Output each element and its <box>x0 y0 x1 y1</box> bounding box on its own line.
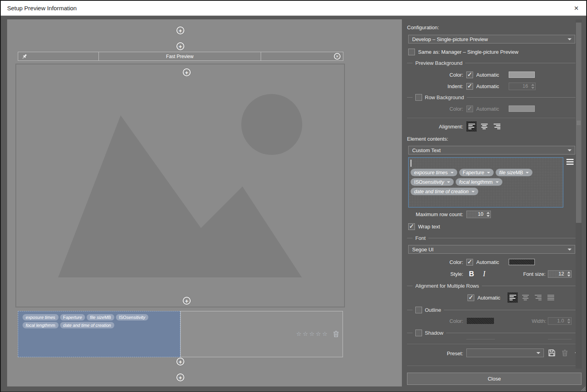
element-contents-value: Custom Text <box>412 147 441 153</box>
tab-close-icon[interactable]: ✕ <box>334 53 341 60</box>
preset-label: Preset: <box>407 351 463 356</box>
settings-panel: Configuration: Develop – Single-picture … <box>407 19 582 386</box>
amr-align-center-button[interactable] <box>520 292 530 303</box>
row-background-checkbox[interactable] <box>415 94 422 101</box>
amr-align-left-button[interactable] <box>507 292 518 303</box>
outline-checkbox[interactable] <box>415 307 422 313</box>
wrap-text-label: Wrap text <box>418 224 440 230</box>
preview-image-box: + + <box>15 64 345 307</box>
font-color-swatch[interactable] <box>509 259 535 265</box>
spinner-arrows[interactable] <box>530 83 535 90</box>
token-chip-text: s <box>445 170 448 175</box>
setup-preview-information-dialog: Setup Preview Information ✕ + + Fast Pre… <box>0 0 587 392</box>
spinner-arrows <box>566 318 571 324</box>
scrollbar-thumb[interactable] <box>576 23 581 223</box>
preview-tab-row: Fast Preview ✕ <box>18 52 344 61</box>
token-chip-text: s <box>53 315 55 320</box>
pb-indent-automatic-label: Automatic <box>476 83 499 89</box>
maximum-row-count-spinner[interactable]: 10 <box>466 211 491 218</box>
pb-color-swatch[interactable] <box>509 72 535 78</box>
shadow-title: Shadow <box>425 330 443 336</box>
tab-label: Fast Preview <box>99 54 261 59</box>
custom-text-editor[interactable]: exposure time sFaperturefile size MBISO … <box>408 157 563 207</box>
chevron-down-icon <box>451 172 454 173</box>
spinner-arrows[interactable] <box>566 271 571 277</box>
add-element-button[interactable]: + <box>183 297 191 305</box>
add-element-button[interactable]: + <box>183 68 191 76</box>
align-center-button[interactable] <box>479 121 489 132</box>
token-chip-text: date and time of creation <box>414 189 469 194</box>
chevron-down-icon <box>536 352 540 354</box>
token-chip-text: file size <box>90 315 104 320</box>
font-family-select[interactable]: Segoe UI <box>408 245 575 254</box>
outline-width-label: Width: <box>518 318 546 324</box>
delete-preset-icon[interactable] <box>561 349 569 357</box>
token-chip: date and time of creation <box>60 322 114 328</box>
outline-color-label: Color: <box>407 318 463 324</box>
trash-icon[interactable] <box>333 330 339 337</box>
font-style-label: Style: <box>407 271 463 277</box>
token-chip[interactable]: focal length mm <box>456 178 502 186</box>
tab-fast-preview[interactable]: Fast Preview <box>98 52 261 61</box>
pb-color-automatic-checkbox[interactable] <box>466 72 473 78</box>
token-chip[interactable]: ISO sensitivity <box>411 178 454 186</box>
italic-button[interactable]: I <box>479 269 489 279</box>
pb-indent-automatic-checkbox[interactable] <box>466 83 473 90</box>
token-chip-text: mm <box>48 323 55 328</box>
clipped-control-edge <box>548 339 572 340</box>
pb-indent-spinner[interactable]: 16 <box>509 83 536 90</box>
token-chip[interactable]: date and time of creation <box>411 188 478 195</box>
font-size-spinner[interactable]: 12 <box>548 270 572 278</box>
amr-automatic-checkbox[interactable] <box>468 294 474 301</box>
amr-align-right-button[interactable] <box>533 292 543 303</box>
close-button[interactable]: Close <box>407 373 581 385</box>
rb-color-label: Color: <box>407 106 463 112</box>
add-element-button[interactable]: + <box>176 26 184 34</box>
save-preset-icon[interactable] <box>548 349 556 357</box>
shadow-checkbox[interactable] <box>415 330 422 336</box>
token-chip[interactable]: Faperture <box>459 169 494 176</box>
chevron-down-icon <box>568 149 572 151</box>
configuration-select[interactable]: Develop – Single-picture Preview <box>408 35 575 43</box>
spinner-arrows[interactable] <box>485 211 490 218</box>
add-element-button[interactable]: + <box>176 373 184 381</box>
font-size-label: Font size: <box>502 271 545 277</box>
token-chip-text: MB <box>104 315 111 320</box>
add-element-button[interactable]: + <box>176 358 184 366</box>
same-as-checkbox[interactable] <box>408 49 415 55</box>
token-chip-text: sensitivity <box>423 179 444 185</box>
rb-color-automatic-checkbox <box>466 106 473 112</box>
token-chip-text: mm <box>485 179 493 185</box>
token-chip-text: exposure time <box>414 170 445 175</box>
editor-token-chips: exposure time sFaperturefile size MBISO … <box>411 169 561 195</box>
preset-select[interactable] <box>466 349 544 357</box>
info-row-selected[interactable]: exposure time sFaperturefile size MBISO … <box>18 311 180 357</box>
font-group: Font <box>407 234 576 241</box>
align-left-button[interactable] <box>466 121 477 132</box>
add-element-button[interactable]: + <box>176 42 184 50</box>
close-icon[interactable]: ✕ <box>571 3 581 13</box>
wrap-text-checkbox[interactable] <box>408 223 415 230</box>
editor-menu-icon[interactable] <box>566 159 574 165</box>
alignment-multiple-rows-group: Alignment for Multiple Rows <box>407 282 576 289</box>
element-contents-select[interactable]: Custom Text <box>408 146 575 155</box>
token-chip[interactable]: exposure time s <box>411 169 457 176</box>
tab-empty-cell[interactable]: ✕ <box>261 52 343 61</box>
resize-grip-icon[interactable] <box>580 386 586 391</box>
bold-button[interactable]: B <box>466 269 477 279</box>
font-color-automatic-checkbox[interactable] <box>466 259 473 266</box>
amr-align-justify-button[interactable] <box>545 292 556 303</box>
token-chip-text: ISO <box>414 179 423 185</box>
settings-scrollbar[interactable] <box>576 19 582 369</box>
clipped-control-edge <box>466 339 495 340</box>
image-placeholder <box>16 64 344 307</box>
row-background-group: Row Background <box>407 94 576 101</box>
rb-color-swatch <box>509 106 535 112</box>
outline-group: Outline <box>407 306 576 313</box>
rb-color-automatic-label: Automatic <box>476 106 499 112</box>
token-chip[interactable]: file size MB <box>496 169 532 176</box>
tab-pin-cell[interactable] <box>18 52 99 61</box>
info-row-rating[interactable]: ☆☆☆☆☆ <box>180 311 343 357</box>
chevron-down-icon <box>526 172 529 173</box>
align-right-button[interactable] <box>492 121 502 132</box>
